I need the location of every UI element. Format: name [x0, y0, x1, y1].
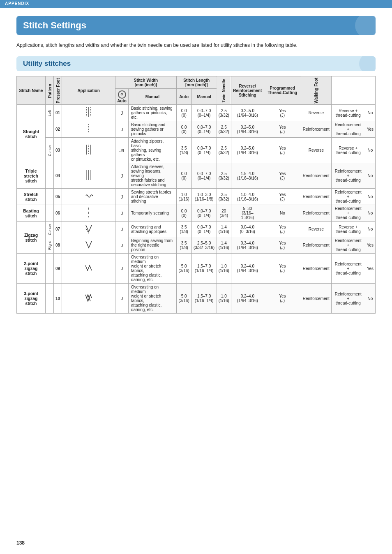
sw-auto: 3.5(1/8) [176, 237, 191, 254]
sl-manual: 0.2–5.0(1/64–3/16) [231, 138, 264, 163]
th-programmed-thread-cutting: ProgrammedThread-Cutting [264, 76, 301, 105]
th-stitch-width: Stitch Width[mm (inch)] [115, 76, 177, 89]
side-label: Right [46, 237, 54, 254]
reverse-reinforcement: Reinforcement [301, 254, 331, 284]
programmed-thread-cutting: Reinforcement +thread-cutting [331, 284, 365, 314]
th-stitch-length: Stitch Length[mm (inch)] [176, 76, 217, 89]
walking-foot: Yes [365, 254, 375, 284]
sw-auto: 0.0(0) [176, 121, 191, 138]
sw-auto: 3.5(1/8) [176, 222, 191, 237]
table-row: 02JBasic stitching andsewing gathers orp… [17, 121, 376, 138]
reverse-reinforcement: Reinforcement [301, 121, 331, 138]
programmed-thread-cutting: Reinforcement +thread-cutting [331, 189, 365, 205]
twin-needle: No [264, 205, 301, 222]
twin-needle: Yes(J) [264, 138, 301, 163]
side-label: Center [46, 222, 54, 237]
foot-cell: J [115, 222, 129, 237]
programmed-thread-cutting: Reinforcement +thread-cutting [331, 163, 365, 189]
sw-manual: 1.5–7.0(1/16–1/4) [191, 254, 217, 284]
stitch-name-cell: Bastingstitch [17, 205, 46, 222]
sl-auto: 1.0(1/16) [217, 254, 231, 284]
table-row: 3-pointzigzag stitch10JOvercasting on me… [17, 284, 376, 314]
stitch-number: 04 [54, 163, 62, 189]
programmed-thread-cutting: Reinforcement +thread-cutting [331, 121, 365, 138]
programmed-thread-cutting: Reverse +thread-cutting [331, 105, 365, 121]
pattern-cell [62, 284, 115, 314]
reverse-reinforcement: Reverse [301, 138, 331, 163]
foot-cell: J [115, 163, 129, 189]
th-sl-auto: Auto [176, 89, 191, 105]
programmed-thread-cutting: Reinforcement +thread-cutting [331, 205, 365, 222]
twin-needle: Yes(J) [264, 121, 301, 138]
side-label-empty [46, 205, 54, 222]
sw-auto: 1.0(1/16) [176, 189, 191, 205]
section-title: Utility stitches [23, 60, 71, 68]
stitch-name-cell: Zigzagstitch [17, 222, 46, 254]
side-label: Left [46, 105, 54, 121]
walking-foot: Yes [365, 237, 375, 254]
sw-auto: 3.5(1/8) [176, 138, 191, 163]
table-row: Stretchstitch05JSewing stretch fabricsan… [17, 189, 376, 205]
pattern-cell [62, 254, 115, 284]
application-cell: Attaching sleeves,sewing inseams, sewing… [128, 163, 176, 189]
sl-auto: 2.5(3/32) [217, 105, 231, 121]
reverse-reinforcement: Reverse [301, 105, 331, 121]
twin-needle: Yes(J) [264, 284, 301, 314]
sw-manual: 1.5–7.0(1/16–1/4) [191, 284, 217, 314]
sl-auto: 1.0(1/16) [217, 284, 231, 314]
table-row: StraightstitchLeft01JBasic stitching, se… [17, 105, 376, 121]
appendix-bar: APPENDIX [0, 0, 392, 7]
foot-cell: J [115, 284, 129, 314]
programmed-thread-cutting: Reverse +thread-cutting [331, 222, 365, 237]
reverse-reinforcement: Reverse [301, 222, 331, 237]
auto-icon: ⊙ [118, 90, 126, 99]
sl-auto: 2.5(3/32) [217, 189, 231, 205]
sw-auto: 5.0(3/16) [176, 284, 191, 314]
stitch-number: 09 [54, 254, 62, 284]
walking-foot: No [365, 105, 375, 121]
side-label-empty [46, 121, 54, 138]
table-row: Bastingstitch06JTemporarily securing0.0(… [17, 205, 376, 222]
sl-auto: 2.5(3/32) [217, 138, 231, 163]
sw-auto: 5.0(3/16) [176, 254, 191, 284]
sw-manual: 0.0–7.0(0–1/4) [191, 205, 217, 222]
pattern-cell [62, 138, 115, 163]
section-title-box: Utility stitches [16, 56, 376, 71]
twin-needle: Yes(J) [264, 105, 301, 121]
th-sw-auto: ⊙Auto [115, 89, 129, 105]
sw-auto: 0.0(0) [176, 163, 191, 189]
programmed-thread-cutting: Reinforcement +thread-cutting [331, 237, 365, 254]
sw-manual: 0.0–7.0(0–1/4) [191, 105, 217, 121]
foot-cell: J [115, 105, 129, 121]
walking-foot: No [365, 222, 375, 237]
walking-foot: No [365, 205, 375, 222]
description: Applications, stitch lengths and widths … [16, 42, 376, 49]
sl-auto: 1.4(1/16) [217, 222, 231, 237]
foot-cell: J [115, 205, 129, 222]
foot-cell: J [115, 189, 129, 205]
twin-needle: Yes(J) [264, 189, 301, 205]
pattern-cell [62, 105, 115, 121]
sw-manual: 0.0–7.0(0–1/4) [191, 163, 217, 189]
sl-manual: 5–30(3/16–1-3/16) [231, 205, 264, 222]
application-cell: Overcasting on mediumweight or stretch f… [128, 254, 176, 284]
twin-needle: Yes(J) [264, 237, 301, 254]
foot-cell: J [115, 237, 129, 254]
sl-auto: 1.4(1/16) [217, 237, 231, 254]
application-cell: Overcasting on mediumweight or stretch f… [128, 284, 176, 314]
stitch-number: 05 [54, 189, 62, 205]
sl-manual: 0.2–4.0(1/64–3/16) [231, 254, 264, 284]
th-application: Application [62, 76, 115, 105]
pattern-cell [62, 205, 115, 222]
table-row: Center03J/IAttaching zippers, basicstitc… [17, 138, 376, 163]
sl-manual: 1.5–4.0(1/16–3/16) [231, 163, 264, 189]
reverse-reinforcement: Reinforcement [301, 205, 331, 222]
sl-manual: 0.0–4.0(0–3/16) [231, 222, 264, 237]
stitch-number: 01 [54, 105, 62, 121]
stitch-name-cell: Triplestretchstitch [17, 163, 46, 189]
sw-manual: 0.0–7.0(0–1/4) [191, 222, 217, 237]
side-label-empty [46, 163, 54, 189]
sl-manual: 0.2–4.0(1/64–3/16) [231, 284, 264, 314]
sw-manual: 2.5–5.0(3/32–3/16) [191, 237, 217, 254]
stitch-name-cell: Stretchstitch [17, 189, 46, 205]
